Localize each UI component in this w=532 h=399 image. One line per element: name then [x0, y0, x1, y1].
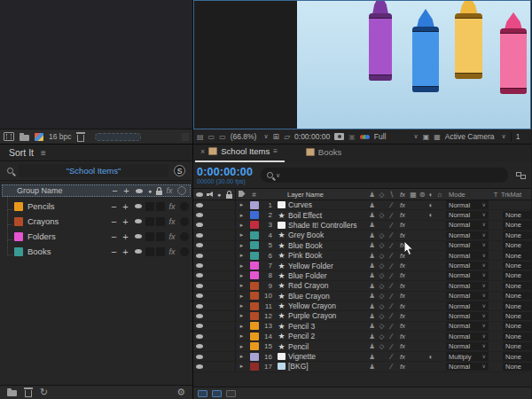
layer-label-color[interactable]: [247, 322, 261, 330]
group-color-swatch[interactable]: [14, 247, 23, 256]
add-group-button[interactable]: +: [120, 231, 131, 242]
layer-name[interactable]: Blue Book: [288, 241, 367, 250]
layer-visibility-toggle[interactable]: [193, 334, 206, 339]
close-icon[interactable]: ×: [200, 147, 205, 156]
expand-arrow-icon[interactable]: ►: [236, 354, 247, 359]
expand-arrow-icon[interactable]: ►: [236, 273, 247, 278]
layer-visibility-toggle[interactable]: [193, 304, 206, 309]
fx-switch[interactable]: fx: [396, 363, 409, 371]
quality-switch[interactable]: ∕: [387, 311, 396, 320]
layer-name[interactable]: Pink Book: [288, 251, 367, 260]
layer-label-color[interactable]: [247, 221, 261, 229]
expand-arrow-icon[interactable]: ►: [236, 232, 247, 238]
group-row[interactable]: Books−+fx: [0, 244, 192, 259]
layer-name[interactable]: Yellow Folder: [288, 262, 367, 270]
shy-switch[interactable]: ♟: [367, 252, 377, 260]
video-column-icon[interactable]: [193, 192, 206, 197]
mode-dropdown[interactable]: Normal∨: [446, 332, 489, 341]
layer-name[interactable]: Pencil 3: [288, 322, 367, 331]
remove-group-button[interactable]: −: [108, 231, 120, 242]
trkmat-dropdown[interactable]: None: [503, 241, 531, 250]
project-scrollbar-thumb[interactable]: [95, 133, 141, 141]
shy-switch[interactable]: ♟: [367, 211, 377, 219]
collapse-switch[interactable]: ◇: [377, 211, 387, 219]
remove-group-button[interactable]: −: [108, 246, 120, 257]
layer-label-color[interactable]: [247, 302, 261, 310]
layer-visibility-toggle[interactable]: [193, 293, 206, 298]
toggle-transfer-controls-icon[interactable]: [212, 390, 222, 397]
solo-all-toggle[interactable]: ●: [145, 188, 154, 194]
layer-label-color[interactable]: [247, 342, 261, 350]
expand-arrow-icon[interactable]: ►: [236, 263, 247, 269]
audio-column-icon[interactable]: [206, 191, 215, 198]
layer-visibility-toggle[interactable]: [193, 344, 206, 348]
add-all-button[interactable]: +: [121, 185, 132, 196]
fx-switch[interactable]: fx: [396, 201, 409, 209]
group-row[interactable]: Folders−+fx: [0, 229, 192, 244]
layer-visibility-toggle[interactable]: [193, 254, 206, 258]
trkmat-dropdown[interactable]: None: [503, 363, 531, 372]
layer-row[interactable]: ►6★Pink Book♟◇∕fxNormal∨None: [193, 251, 531, 261]
collapse-switch[interactable]: ◇: [377, 282, 387, 290]
mode-dropdown[interactable]: Normal∨: [446, 322, 489, 331]
visibility-toggle[interactable]: [131, 234, 145, 239]
expand-arrow-icon[interactable]: ►: [236, 344, 247, 349]
fx-switch[interactable]: fx: [396, 302, 409, 310]
show-channels-icon[interactable]: [360, 135, 370, 139]
visibility-toggle[interactable]: [131, 204, 145, 208]
shy-switch[interactable]: ♟: [367, 332, 377, 340]
layer-name[interactable]: Boil Effect: [288, 211, 367, 220]
project-items-area[interactable]: [0, 0, 192, 129]
trkmat-dropdown[interactable]: None: [503, 352, 531, 361]
layer-visibility-toggle[interactable]: [193, 243, 206, 247]
mode-column-header[interactable]: Mode: [444, 191, 490, 199]
mode-dropdown[interactable]: Normal∨: [446, 241, 489, 250]
mode-dropdown[interactable]: Normal∨: [446, 301, 489, 310]
collapse-column-icon[interactable]: ◇: [377, 191, 387, 199]
fx-switch[interactable]: fx: [396, 332, 409, 340]
composition-viewer[interactable]: [193, 0, 531, 129]
panel-menu-icon[interactable]: ≡: [41, 148, 46, 158]
resolution-dropdown[interactable]: Full: [374, 132, 387, 141]
trkmat-column-header[interactable]: TrkMat: [501, 191, 531, 199]
tab-school-items[interactable]: × School Items ≡: [195, 145, 285, 162]
refresh-icon[interactable]: ↻: [40, 387, 48, 398]
shy-all-toggle[interactable]: [177, 186, 186, 195]
mode-dropdown[interactable]: Normal∨: [446, 251, 489, 260]
mini-flowchart-button[interactable]: [513, 172, 528, 179]
layer-name[interactable]: Purple Crayon: [288, 311, 367, 320]
mode-dropdown[interactable]: Normal∨: [446, 221, 489, 230]
fx-switch[interactable]: fx: [396, 221, 409, 229]
layer-name[interactable]: Vignette: [288, 352, 367, 361]
layer-row[interactable]: ►4★Grey Book♟◇∕fxNormal∨None: [193, 231, 531, 240]
mode-dropdown[interactable]: Normal∨: [446, 271, 489, 280]
add-group-button[interactable]: +: [120, 216, 131, 227]
fx-toggle[interactable]: fx: [166, 232, 178, 241]
layer-row[interactable]: ►7★Yellow Folder♟◇∕fxNormal∨None: [193, 261, 531, 270]
shy-switch[interactable]: ♟: [367, 353, 377, 361]
layer-visibility-toggle[interactable]: [193, 263, 206, 268]
layer-visibility-toggle[interactable]: [193, 355, 206, 359]
shy-switch[interactable]: ♟: [367, 363, 377, 371]
shy-switch[interactable]: ♟: [367, 312, 377, 320]
fx-switch[interactable]: fx: [396, 262, 409, 270]
shy-switch[interactable]: ♟: [367, 292, 377, 300]
mode-dropdown[interactable]: Normal∨: [446, 292, 489, 301]
shy-switch[interactable]: ♟: [367, 342, 377, 350]
fx-all-toggle[interactable]: fx: [163, 186, 176, 195]
trkmat-dropdown[interactable]: None: [503, 211, 531, 220]
layer-name[interactable]: Blue Folder: [288, 271, 367, 280]
adjustment-switch[interactable]: ◐: [426, 353, 435, 361]
collapse-switch[interactable]: ◇: [377, 322, 387, 330]
visibility-toggle[interactable]: [131, 249, 145, 254]
layer-row[interactable]: ►10★Blue Crayon♟◇∕fxNormal∨None: [193, 292, 531, 301]
fx-toggle[interactable]: fx: [166, 202, 178, 211]
project-bit-depth[interactable]: 16 bpc: [49, 132, 72, 141]
mode-dropdown[interactable]: Normal∨: [446, 262, 489, 270]
quality-switch[interactable]: ∕: [387, 241, 396, 250]
layer-row[interactable]: ►15★Pencil♟◇∕fxNormal∨None: [193, 341, 531, 351]
layer-name[interactable]: Yellow Crayon: [288, 301, 367, 310]
shy-switch[interactable]: ♟: [367, 241, 377, 249]
fx-switch[interactable]: fx: [396, 292, 409, 300]
layer-row[interactable]: ►5★Blue Book♟◇∕fxNormal∨None: [193, 241, 531, 251]
